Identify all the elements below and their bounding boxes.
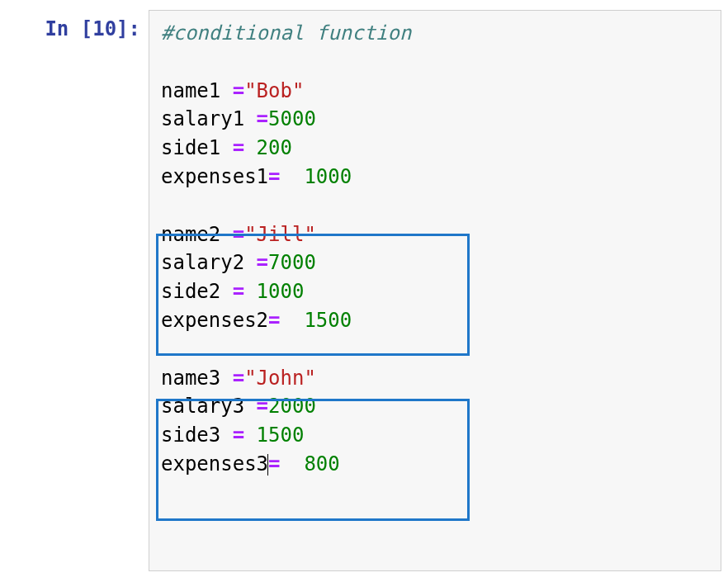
token-op: =	[244, 395, 268, 418]
token-num: 1500	[257, 423, 305, 447]
token-var: expenses1	[161, 165, 268, 188]
token-op: =	[220, 223, 244, 246]
token-var: salary2	[161, 251, 244, 274]
token-num: 5000	[268, 107, 316, 130]
token-op: =	[220, 423, 256, 447]
token-var: side3	[161, 423, 220, 447]
token-var: expenses3	[161, 452, 268, 476]
token-num: 2000	[268, 395, 316, 418]
token-num: 200	[257, 136, 292, 159]
token-num: 1500	[304, 309, 352, 332]
token-op: =	[220, 367, 244, 390]
token-var: side2	[161, 280, 220, 303]
token-var: name2	[161, 223, 220, 246]
token-op: =	[220, 79, 244, 102]
token-num: 1000	[257, 280, 305, 303]
token-str: "Jill"	[244, 223, 316, 246]
token-op: =	[244, 107, 268, 130]
code-input-area[interactable]: #conditional function name1 ="Bob" salar…	[149, 10, 721, 571]
token-var: expenses2	[161, 309, 268, 332]
token-op: =	[244, 251, 268, 274]
token-op: =	[220, 136, 256, 159]
token-var: side1	[161, 136, 220, 159]
token-num: 800	[304, 452, 339, 476]
token-str: "John"	[244, 367, 316, 390]
token-op: =	[220, 280, 256, 303]
token-str: "Bob"	[244, 79, 304, 102]
notebook-cell: In [10]: #conditional function name1 ="B…	[0, 0, 728, 571]
token-op: =	[268, 309, 304, 332]
code-content[interactable]: #conditional function name1 ="Bob" salar…	[161, 19, 709, 479]
code-comment: #conditional function	[161, 21, 411, 45]
token-op: =	[268, 452, 304, 476]
token-var: name1	[161, 79, 220, 102]
token-num: 1000	[304, 165, 352, 188]
token-op: =	[268, 165, 304, 188]
prompt-label: In [10]:	[45, 17, 140, 40]
input-prompt: In [10]:	[0, 10, 149, 44]
token-num: 7000	[268, 251, 316, 274]
token-var: salary1	[161, 107, 244, 130]
token-var: name3	[161, 367, 220, 390]
token-var: salary3	[161, 395, 244, 418]
